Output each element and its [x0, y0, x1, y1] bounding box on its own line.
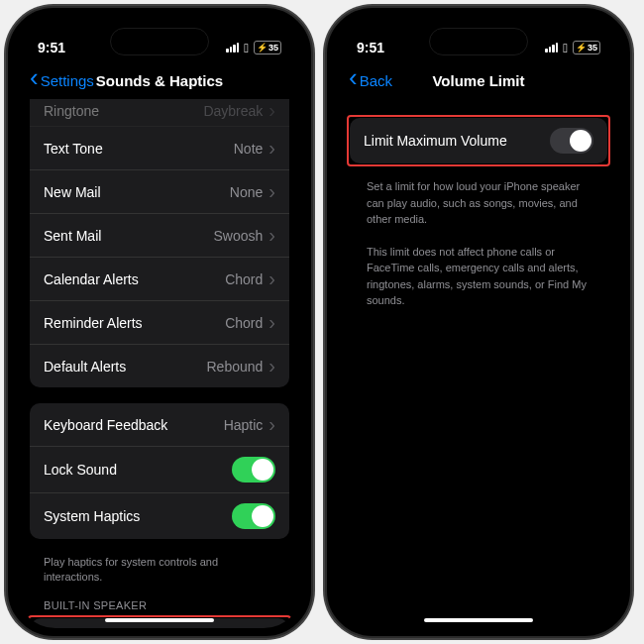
- chevron-right-icon: [268, 224, 275, 247]
- status-icons: 􀙇 ⚡35: [226, 41, 281, 55]
- chevron-right-icon: [268, 413, 275, 436]
- haptics-footer: Play haptics for system controls and int…: [30, 555, 289, 599]
- page-title: Sounds & Haptics: [96, 72, 223, 89]
- cellular-icon: [545, 43, 558, 53]
- back-button[interactable]: Back: [349, 71, 392, 89]
- highlight-limit-max: Limit Maximum Volume: [347, 115, 610, 166]
- row-lock-sound: Lock Sound: [30, 447, 289, 493]
- chevron-left-icon: [30, 71, 39, 89]
- chevron-right-icon: [268, 311, 275, 334]
- row-system-haptics: System Haptics: [30, 493, 289, 539]
- chevron-right-icon: [268, 355, 275, 377]
- status-icons: 􀙇 ⚡35: [545, 41, 600, 55]
- row-ringtone[interactable]: Ringtone Daybreak: [30, 99, 289, 127]
- row-limit-max-volume: Limit Maximum Volume: [350, 118, 607, 163]
- screen-left: 9:51 􀙇 ⚡35 Settings Sounds & Haptics Rin…: [16, 16, 303, 628]
- row-keyboard-feedback[interactable]: Keyboard Feedback Haptic: [30, 403, 289, 447]
- chevron-left-icon: [349, 71, 358, 89]
- content-area: Ringtone Daybreak Text Tone Note New Mai…: [16, 99, 303, 628]
- phone-right: 9:51 􀙇 ⚡35 Back Volume Limit Limit Maxim…: [325, 6, 632, 638]
- dynamic-island: [110, 28, 209, 55]
- chevron-right-icon: [268, 137, 275, 160]
- back-label: Settings: [41, 72, 94, 89]
- system-haptics-toggle[interactable]: [232, 503, 275, 529]
- chevron-right-icon: [268, 268, 275, 290]
- page-title: Volume Limit: [432, 72, 524, 89]
- back-label: Back: [360, 72, 392, 89]
- row-text-tone[interactable]: Text Tone Note: [30, 127, 289, 170]
- row-default-alerts[interactable]: Default Alerts Rebound: [30, 345, 289, 387]
- row-new-mail[interactable]: New Mail None: [30, 170, 289, 214]
- cellular-icon: [226, 43, 239, 53]
- chevron-right-icon: [268, 99, 275, 122]
- home-indicator[interactable]: [424, 618, 533, 622]
- row-reminder-alerts[interactable]: Reminder Alerts Chord: [30, 301, 289, 345]
- chevron-right-icon: [268, 180, 275, 203]
- feedback-group: Keyboard Feedback Haptic Lock Sound Syst…: [30, 403, 289, 539]
- wifi-icon: 􀙇: [563, 41, 568, 55]
- nav-bar: Settings Sounds & Haptics: [16, 65, 303, 99]
- content-area: Limit Maximum Volume Set a limit for how…: [335, 99, 622, 317]
- screen-right: 9:51 􀙇 ⚡35 Back Volume Limit Limit Maxim…: [335, 16, 622, 628]
- dynamic-island: [429, 28, 528, 55]
- limit-description-1: Set a limit for how loud your iPhone spe…: [349, 170, 608, 236]
- row-calendar-alerts[interactable]: Calendar Alerts Chord: [30, 258, 289, 301]
- status-time: 9:51: [357, 40, 384, 55]
- limit-description-2: This limit does not affect phone calls o…: [349, 236, 608, 317]
- battery-icon: ⚡35: [573, 41, 600, 54]
- row-sent-mail[interactable]: Sent Mail Swoosh: [30, 214, 289, 258]
- battery-icon: ⚡35: [254, 41, 281, 54]
- phone-left: 9:51 􀙇 ⚡35 Settings Sounds & Haptics Rin…: [6, 6, 313, 638]
- status-time: 9:51: [38, 40, 65, 55]
- limit-group: Limit Maximum Volume: [350, 118, 607, 163]
- back-button[interactable]: Settings: [30, 71, 94, 89]
- sounds-group: Ringtone Daybreak Text Tone Note New Mai…: [30, 99, 289, 387]
- nav-bar: Back Volume Limit: [335, 65, 622, 99]
- wifi-icon: 􀙇: [244, 41, 249, 55]
- limit-max-volume-toggle[interactable]: [550, 128, 593, 154]
- lock-sound-toggle[interactable]: [232, 457, 275, 483]
- home-indicator[interactable]: [105, 618, 214, 622]
